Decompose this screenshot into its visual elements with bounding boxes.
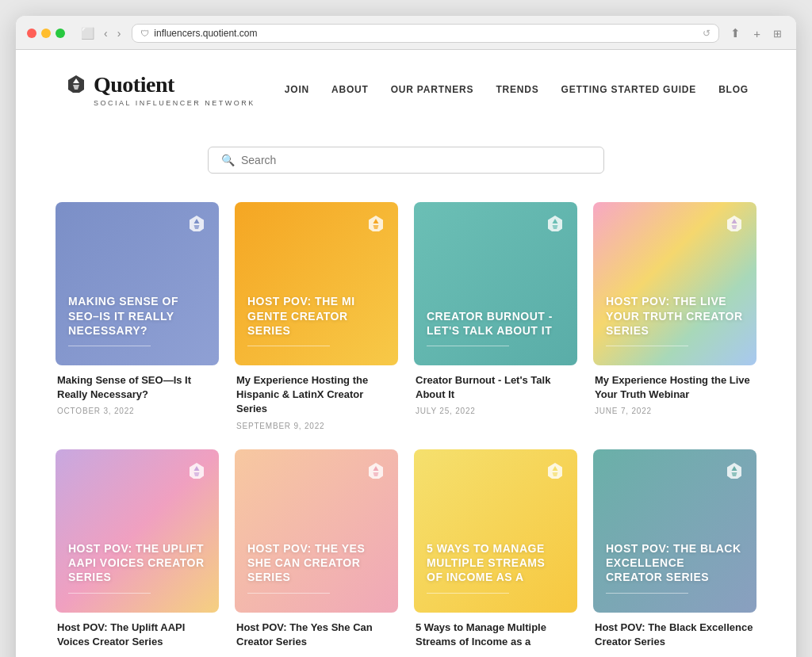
quotient-logo-icon <box>63 72 89 97</box>
nav-our-partners[interactable]: OUR PARTNERS <box>391 84 474 95</box>
card-info-2: My Experience Hosting the Hispanic & Lat… <box>235 365 398 434</box>
url-display: influencers.quotient.com <box>154 28 257 39</box>
cards-grid: MAKING SENSE OF SEO–IS IT REALLY NECESSA… <box>16 202 796 657</box>
nav-getting-started[interactable]: GETTING STARTED GUIDE <box>561 84 697 95</box>
browser-window: ⬜ ‹ › 🛡 influencers.quotient.com ↺ ⬆ + ⊞ <box>16 16 796 657</box>
site-header: Quotient SOCIAL INFLUENCER NETWORK JOIN … <box>16 50 796 123</box>
search-section: 🔍 <box>16 123 796 202</box>
card-divider-6 <box>247 593 330 594</box>
browser-action-buttons: ⬆ + ⊞ <box>727 25 785 42</box>
card-image-2: HOST POV: THE MI GENTE CREATOR SERIES <box>235 202 398 365</box>
card-headline-7: 5 Ways to Manage Multiple Streams of Inc… <box>416 621 576 649</box>
card-headline-6: Host POV: The Yes She Can Creator Series <box>236 621 396 649</box>
card-divider-8 <box>606 593 688 594</box>
blog-card-5[interactable]: HOST POV: THE UPLIFT AAPI VOICES CREATOR… <box>56 449 219 657</box>
card-headline-8: Host POV: The Black Excellence Creator S… <box>595 621 755 649</box>
tab-grid-icon[interactable]: ⊞ <box>770 26 785 41</box>
card-title-7: 5 WAYS TO MANAGE MULTIPLE STREAMS OF INC… <box>427 541 565 585</box>
blog-card-7[interactable]: 5 WAYS TO MANAGE MULTIPLE STREAMS OF INC… <box>414 449 577 657</box>
card-date-4: JUNE 7, 2022 <box>595 407 755 415</box>
card-headline-3: Creator Burnout - Let's Talk About It <box>416 373 576 402</box>
site-nav: JOIN ABOUT OUR PARTNERS TRENDS GETTING S… <box>285 84 749 95</box>
card-image-1: MAKING SENSE OF SEO–IS IT REALLY NECESSA… <box>56 202 219 365</box>
logo-area[interactable]: Quotient SOCIAL INFLUENCER NETWORK <box>63 72 255 107</box>
card-date-3: JULY 25, 2022 <box>416 407 576 415</box>
card-info-4: My Experience Hosting the Live Your Trut… <box>593 365 756 418</box>
browser-controls: ⬜ ‹ › <box>78 25 124 41</box>
card-divider-5 <box>68 593 151 594</box>
card-logo-icon-7 <box>544 460 566 483</box>
site-content: Quotient SOCIAL INFLUENCER NETWORK JOIN … <box>16 50 796 657</box>
new-tab-icon[interactable]: + <box>750 25 764 42</box>
card-image-6: HOST POV: THE YES SHE CAN CREATOR SERIES <box>235 449 398 613</box>
tab-switcher-icon[interactable]: ⬜ <box>78 25 98 41</box>
card-headline-1: Making Sense of SEO—Is It Really Necessa… <box>57 373 217 402</box>
blog-card-3[interactable]: CREATOR BURNOUT - LET'S TALK ABOUT IT Cr… <box>414 202 577 434</box>
card-info-5: Host POV: The Uplift AAPI Voices Creator… <box>56 613 219 657</box>
card-headline-2: My Experience Hosting the Hispanic & Lat… <box>236 373 396 417</box>
card-title-5: HOST POV: THE UPLIFT AAPI VOICES CREATOR… <box>68 541 206 585</box>
card-title-3: CREATOR BURNOUT - LET'S TALK ABOUT IT <box>427 309 565 338</box>
card-logo-icon-2 <box>365 213 387 235</box>
card-divider-7 <box>427 593 509 594</box>
nav-join[interactable]: JOIN <box>285 84 309 95</box>
minimize-button[interactable] <box>41 29 51 38</box>
card-logo-icon-6 <box>365 460 387 483</box>
card-image-8: HOST POV: THE BLACK EXCELLENCE CREATOR S… <box>593 449 756 613</box>
forward-button[interactable]: › <box>114 25 124 41</box>
card-headline-4: My Experience Hosting the Live Your Trut… <box>595 373 755 402</box>
card-divider-2 <box>247 346 330 346</box>
card-image-3: CREATOR BURNOUT - LET'S TALK ABOUT IT <box>414 202 577 365</box>
card-image-5: HOST POV: THE UPLIFT AAPI VOICES CREATOR… <box>56 449 219 613</box>
back-button[interactable]: ‹ <box>101 25 111 41</box>
blog-card-8[interactable]: HOST POV: THE BLACK EXCELLENCE CREATOR S… <box>593 449 756 657</box>
nav-about[interactable]: ABOUT <box>331 84 369 95</box>
card-date-1: OCTOBER 3, 2022 <box>57 407 217 415</box>
card-title-4: HOST POV: THE LIVE YOUR TRUTH CREATOR SE… <box>606 294 744 338</box>
traffic-lights <box>27 29 65 38</box>
logo-subtitle: SOCIAL INFLUENCER NETWORK <box>94 99 255 107</box>
card-title-6: HOST POV: THE YES SHE CAN CREATOR SERIES <box>247 541 385 585</box>
blog-card-6[interactable]: HOST POV: THE YES SHE CAN CREATOR SERIES… <box>235 449 398 657</box>
card-info-7: 5 Ways to Manage Multiple Streams of Inc… <box>414 613 577 657</box>
card-headline-5: Host POV: The Uplift AAPI Voices Creator… <box>57 621 217 649</box>
card-info-1: Making Sense of SEO—Is It Really Necessa… <box>56 365 219 418</box>
address-bar[interactable]: 🛡 influencers.quotient.com ↺ <box>132 24 719 43</box>
reload-icon[interactable]: ↺ <box>703 28 710 39</box>
card-title-8: HOST POV: THE BLACK EXCELLENCE CREATOR S… <box>606 541 744 585</box>
card-info-6: Host POV: The Yes She Can Creator Series <box>235 613 398 657</box>
browser-chrome: ⬜ ‹ › 🛡 influencers.quotient.com ↺ ⬆ + ⊞ <box>16 16 796 50</box>
search-icon: 🔍 <box>221 154 235 166</box>
card-divider-3 <box>427 346 509 346</box>
nav-blog[interactable]: BLOG <box>718 84 749 95</box>
card-divider-1 <box>68 346 151 346</box>
card-divider-4 <box>606 346 688 346</box>
blog-card-1[interactable]: MAKING SENSE OF SEO–IS IT REALLY NECESSA… <box>56 202 219 434</box>
card-info-3: Creator Burnout - Let's Talk About It JU… <box>414 365 577 418</box>
card-title-2: HOST POV: THE MI GENTE CREATOR SERIES <box>247 294 385 338</box>
blog-card-4[interactable]: HOST POV: THE LIVE YOUR TRUTH CREATOR SE… <box>593 202 756 434</box>
search-input[interactable] <box>241 154 591 166</box>
card-title-1: MAKING SENSE OF SEO–IS IT REALLY NECESSA… <box>68 294 206 338</box>
nav-trends[interactable]: TRENDS <box>496 84 538 95</box>
card-logo-icon-8 <box>723 460 745 483</box>
card-logo-icon-4 <box>723 213 745 235</box>
card-logo-icon-5 <box>186 460 208 483</box>
card-image-7: 5 WAYS TO MANAGE MULTIPLE STREAMS OF INC… <box>414 449 577 613</box>
blog-card-2[interactable]: HOST POV: THE MI GENTE CREATOR SERIES My… <box>235 202 398 434</box>
card-image-4: HOST POV: THE LIVE YOUR TRUTH CREATOR SE… <box>593 202 756 365</box>
search-box: 🔍 <box>208 147 604 174</box>
security-icon: 🛡 <box>140 29 149 38</box>
card-date-2: SEPTEMBER 9, 2022 <box>236 422 396 430</box>
card-logo-icon-3 <box>544 213 566 235</box>
card-logo-icon-1 <box>186 213 208 235</box>
share-icon[interactable]: ⬆ <box>727 25 744 42</box>
card-info-8: Host POV: The Black Excellence Creator S… <box>593 613 756 657</box>
close-button[interactable] <box>27 29 36 38</box>
logo-name: Quotient <box>94 72 174 97</box>
maximize-button[interactable] <box>56 29 65 38</box>
